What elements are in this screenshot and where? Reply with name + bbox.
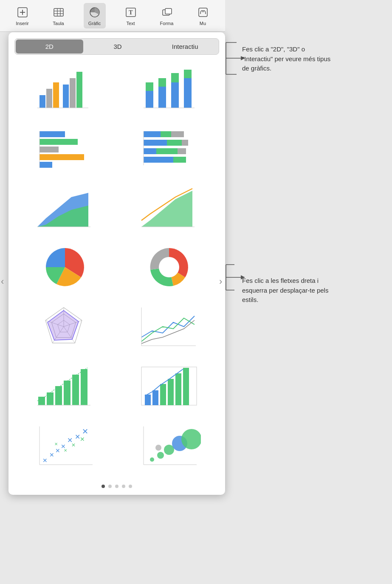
- chart-cell-bubble[interactable]: [117, 416, 221, 475]
- seg-btn-3d[interactable]: 3D: [84, 39, 152, 54]
- svg-rect-30: [39, 131, 65, 137]
- grafic-label: Gràfic: [88, 21, 101, 26]
- svg-rect-77: [175, 373, 181, 405]
- svg-rect-21: [146, 91, 153, 108]
- svg-rect-76: [168, 379, 174, 405]
- svg-rect-44: [178, 148, 186, 154]
- mu-label: Mu: [200, 21, 206, 26]
- toolbar-item-inserir[interactable]: Inserir: [11, 3, 34, 28]
- svg-text:✕: ✕: [49, 451, 54, 458]
- taula-label: Taula: [53, 21, 64, 26]
- svg-rect-25: [171, 82, 179, 108]
- callout2-text: Fes clic a les fletxes dreta i esquerra …: [242, 276, 336, 305]
- pagination-dot-1[interactable]: [102, 485, 105, 488]
- svg-rect-70: [81, 369, 87, 405]
- svg-rect-22: [146, 82, 153, 91]
- svg-rect-66: [47, 392, 54, 405]
- chart-cell-horizontal-bar[interactable]: [13, 118, 117, 178]
- seg-btn-interactiu[interactable]: Interactiu: [151, 39, 219, 54]
- pagination-dot-2[interactable]: [108, 485, 112, 488]
- svg-text:✕: ✕: [82, 427, 88, 436]
- svg-rect-45: [144, 157, 173, 163]
- chart-cell-donut[interactable]: [117, 237, 221, 297]
- svg-rect-68: [64, 381, 71, 405]
- svg-rect-28: [184, 70, 192, 78]
- chart-cell-bar-trend[interactable]: [13, 356, 117, 416]
- svg-rect-78: [183, 368, 189, 405]
- svg-rect-24: [158, 78, 166, 87]
- chart-cell-multi-line[interactable]: [117, 297, 221, 356]
- taula-icon: [52, 6, 65, 19]
- svg-point-98: [181, 429, 201, 449]
- toolbar-item-mu[interactable]: Mu: [192, 3, 214, 28]
- inserir-label: Inserir: [16, 21, 29, 26]
- chart-cell-pie[interactable]: [13, 237, 117, 297]
- chart-cell-scatter[interactable]: ✕ ✕ ✕ ✕ ✕ ✕ ✕ ✕ ✕ ✕ ✕: [13, 416, 117, 475]
- forma-icon: [160, 6, 174, 19]
- right-arrow-button[interactable]: ›: [215, 272, 226, 291]
- svg-text:✕: ✕: [71, 442, 76, 448]
- svg-point-95: [157, 452, 164, 459]
- svg-marker-51: [141, 191, 192, 227]
- svg-point-53: [159, 257, 179, 277]
- left-arrow-button[interactable]: ‹: [0, 272, 8, 291]
- pagination-dot-3[interactable]: [115, 485, 118, 488]
- forma-label: Forma: [160, 21, 174, 26]
- pagination-dots: [8, 480, 225, 495]
- svg-rect-43: [156, 148, 178, 154]
- svg-rect-75: [160, 384, 166, 405]
- toolbar-item-text[interactable]: T Text: [120, 3, 142, 28]
- svg-rect-73: [145, 395, 151, 405]
- svg-rect-65: [38, 397, 45, 405]
- svg-rect-12: [165, 8, 172, 14]
- chart-picker-panel: 2D 3D Interactiu: [8, 32, 225, 495]
- svg-rect-34: [39, 162, 52, 168]
- chart-cell-stacked-bar[interactable]: [117, 59, 221, 118]
- svg-rect-23: [158, 87, 166, 108]
- svg-point-94: [150, 457, 154, 462]
- svg-rect-31: [39, 139, 78, 145]
- pagination-dot-5[interactable]: [129, 485, 132, 488]
- chart-cell-line-area[interactable]: [117, 178, 221, 237]
- svg-rect-27: [184, 78, 192, 108]
- svg-rect-37: [161, 131, 171, 137]
- callout1-text: Fes clic a "2D", "3D" o "Interactiu" per…: [242, 45, 336, 73]
- svg-text:✕: ✕: [54, 442, 58, 446]
- text-icon: T: [124, 6, 138, 19]
- svg-rect-74: [152, 390, 158, 405]
- chart-cell-area[interactable]: [13, 178, 117, 237]
- svg-text:✕: ✕: [55, 447, 60, 454]
- mu-icon: [196, 6, 210, 19]
- svg-rect-16: [53, 82, 59, 108]
- toolbar-item-grafic[interactable]: Gràfic: [84, 3, 106, 28]
- svg-text:✕: ✕: [42, 457, 48, 464]
- grafic-icon: [88, 6, 102, 19]
- svg-rect-42: [144, 148, 156, 154]
- svg-rect-36: [144, 131, 161, 137]
- charts-grid: ✕ ✕ ✕ ✕ ✕ ✕ ✕ ✕ ✕ ✕ ✕: [8, 59, 225, 480]
- svg-rect-26: [171, 73, 179, 82]
- svg-rect-46: [173, 157, 186, 163]
- toolbar-item-taula[interactable]: Taula: [48, 3, 70, 28]
- toolbar: Inserir Taula Gràfic: [0, 0, 225, 32]
- inserir-icon: [16, 6, 29, 19]
- pagination-dot-4[interactable]: [122, 485, 125, 488]
- svg-rect-18: [70, 78, 76, 108]
- svg-rect-33: [39, 154, 84, 160]
- svg-point-99: [155, 445, 161, 451]
- chart-cell-bar-trend-framed[interactable]: [117, 356, 221, 416]
- svg-rect-39: [144, 140, 167, 146]
- svg-text:✕: ✕: [64, 448, 67, 453]
- svg-rect-41: [182, 140, 188, 146]
- svg-rect-15: [46, 89, 52, 108]
- toolbar-item-forma[interactable]: Forma: [156, 3, 178, 28]
- svg-rect-19: [76, 72, 82, 108]
- chart-cell-horizontal-stacked-bar[interactable]: [117, 118, 221, 178]
- seg-btn-2d[interactable]: 2D: [16, 39, 83, 54]
- svg-rect-3: [54, 8, 63, 16]
- svg-rect-17: [63, 85, 69, 108]
- chart-cell-grouped-bar[interactable]: [13, 59, 117, 118]
- chart-cell-radar[interactable]: [13, 297, 117, 356]
- svg-text:✕: ✕: [80, 436, 85, 443]
- dimension-segmented-control: 2D 3D Interactiu: [14, 38, 219, 55]
